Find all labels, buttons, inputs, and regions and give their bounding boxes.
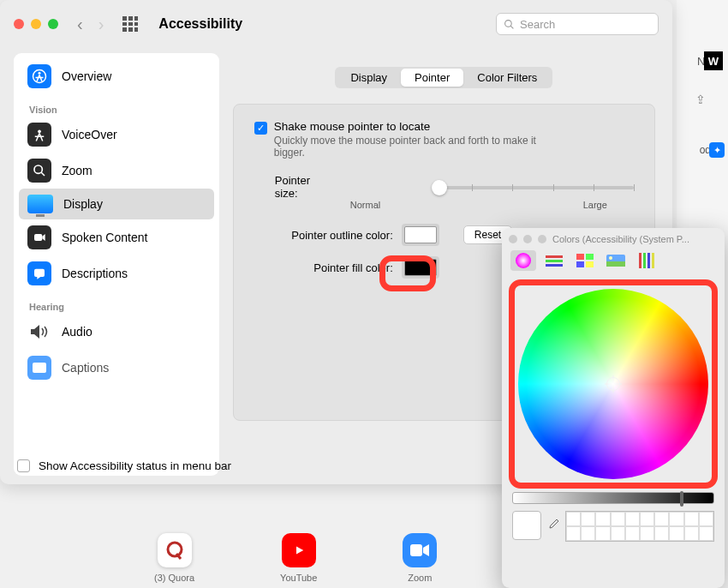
zoom-app-icon [403, 533, 437, 567]
tab-pointer[interactable]: Pointer [401, 69, 463, 87]
sidebar-item-label: Captions [62, 361, 109, 375]
zoom-window-button[interactable] [48, 19, 58, 29]
tab-color-filters[interactable]: Color Filters [463, 69, 551, 87]
color-wheel-cursor[interactable] [606, 377, 620, 391]
favorite-label: YouTube [280, 573, 317, 583]
shake-checkbox[interactable]: ✓ [254, 122, 267, 135]
svg-rect-23 [647, 253, 650, 268]
svg-rect-13 [546, 264, 563, 267]
svg-point-25 [168, 543, 182, 556]
colors-tab-sliders[interactable] [541, 250, 567, 271]
toolbar: ‹ › Accessibility Search [0, 0, 672, 48]
quora-icon [158, 533, 192, 567]
svg-point-3 [39, 72, 41, 75]
safari-compass-icon: ✦ [709, 142, 725, 158]
colors-tab-image[interactable] [603, 250, 629, 271]
colors-minimize-button[interactable] [523, 235, 532, 243]
favorite-quora[interactable]: (3) Quora [154, 533, 194, 583]
svg-rect-9 [33, 363, 46, 373]
sidebar-item-descriptions[interactable]: Descriptions [19, 255, 214, 291]
svg-rect-21 [639, 253, 641, 268]
svg-point-20 [609, 256, 612, 260]
svg-rect-24 [652, 253, 654, 268]
sidebar-header-vision: Vision [19, 94, 214, 117]
sidebar-item-label: Audio [62, 325, 92, 339]
fill-color-swatch[interactable] [404, 259, 437, 276]
svg-rect-26 [410, 544, 422, 556]
image-icon [606, 255, 625, 267]
svg-point-4 [38, 129, 41, 133]
sidebar-item-spoken-content[interactable]: Spoken Content [19, 219, 214, 255]
audio-icon [27, 320, 51, 344]
forward-button[interactable]: › [98, 15, 104, 34]
pencils-icon [638, 253, 655, 268]
spoken-content-icon [27, 225, 51, 249]
colors-zoom-button[interactable] [538, 235, 546, 243]
sidebar-item-audio[interactable]: Audio [19, 314, 214, 350]
traffic-lights [14, 19, 58, 29]
svg-rect-16 [576, 261, 584, 267]
voiceover-icon [27, 123, 51, 147]
svg-rect-17 [586, 261, 594, 267]
share-icon: ⇪ [695, 93, 706, 106]
status-bar-label: Show Accessibility status in menu bar [39, 459, 231, 472]
sidebar-item-overview[interactable]: Overview [19, 58, 214, 94]
apps-grid-icon[interactable] [122, 16, 138, 32]
captions-icon [27, 356, 51, 380]
descriptions-icon [27, 261, 51, 285]
svg-point-10 [516, 253, 531, 268]
search-icon [504, 19, 515, 30]
svg-line-6 [41, 172, 45, 176]
sidebar-item-label: Display [63, 197, 103, 211]
status-bar-checkbox[interactable] [17, 459, 30, 472]
brightness-slider[interactable] [512, 492, 714, 504]
colors-close-button[interactable] [509, 235, 517, 243]
sidebar-item-captions[interactable]: Captions [19, 350, 214, 386]
search-placeholder: Search [520, 18, 555, 31]
back-button[interactable]: ‹ [77, 15, 83, 34]
eyedropper-button[interactable] [546, 518, 560, 535]
sidebar-item-zoom[interactable]: Zoom [19, 153, 214, 189]
tab-display[interactable]: Display [337, 69, 401, 87]
outline-color-swatch[interactable] [404, 226, 437, 243]
colors-tab-palettes[interactable] [572, 250, 598, 271]
window-title: Accessibility [158, 16, 242, 32]
pointer-size-slider[interactable] [432, 186, 634, 189]
sidebar-item-display[interactable]: Display [19, 189, 214, 219]
outline-color-label: Pointer outline color: [265, 229, 393, 242]
annotation-highlight-wheel [509, 279, 718, 489]
svg-rect-12 [546, 260, 563, 262]
sidebar-item-label: Descriptions [62, 267, 128, 280]
color-wheel-icon [515, 252, 532, 269]
favorite-zoom[interactable]: Zoom [403, 533, 437, 583]
browser-favorites: (3) Quora YouTube Zoom [154, 533, 437, 583]
svg-line-1 [510, 26, 513, 28]
search-input[interactable]: Search [496, 13, 659, 35]
zoom-icon [27, 159, 51, 183]
minimize-window-button[interactable] [31, 19, 41, 29]
favorite-label: Zoom [408, 573, 432, 583]
favorite-youtube[interactable]: YouTube [280, 533, 317, 583]
sidebar-item-label: Zoom [62, 164, 92, 177]
current-color-swatch [512, 511, 541, 540]
swatch-grid[interactable] [565, 511, 714, 542]
slider-min-label: Normal [350, 200, 380, 210]
svg-rect-19 [606, 261, 625, 267]
colors-window: Colors (Accessibility (System P... [502, 228, 725, 588]
colors-tab-pencils[interactable] [634, 250, 659, 271]
svg-point-5 [34, 165, 42, 173]
color-wheel[interactable] [518, 289, 708, 479]
sliders-icon [546, 254, 563, 267]
pointer-size-label: Pointer size: [275, 174, 331, 200]
fill-color-label: Pointer fill color: [265, 261, 393, 274]
close-window-button[interactable] [14, 19, 24, 29]
shake-description: Quickly move the mouse pointer back and … [274, 135, 565, 159]
palette-icon [576, 254, 594, 267]
sidebar-item-label: Overview [62, 69, 111, 83]
sidebar-item-voiceover[interactable]: VoiceOver [19, 117, 214, 153]
youtube-icon [282, 533, 316, 567]
colors-tab-wheel[interactable] [510, 250, 536, 271]
favorite-label: (3) Quora [154, 573, 194, 583]
sidebar: Overview Vision VoiceOver Zoom Display [14, 53, 219, 476]
shake-title: Shake mouse pointer to locate [274, 120, 565, 133]
